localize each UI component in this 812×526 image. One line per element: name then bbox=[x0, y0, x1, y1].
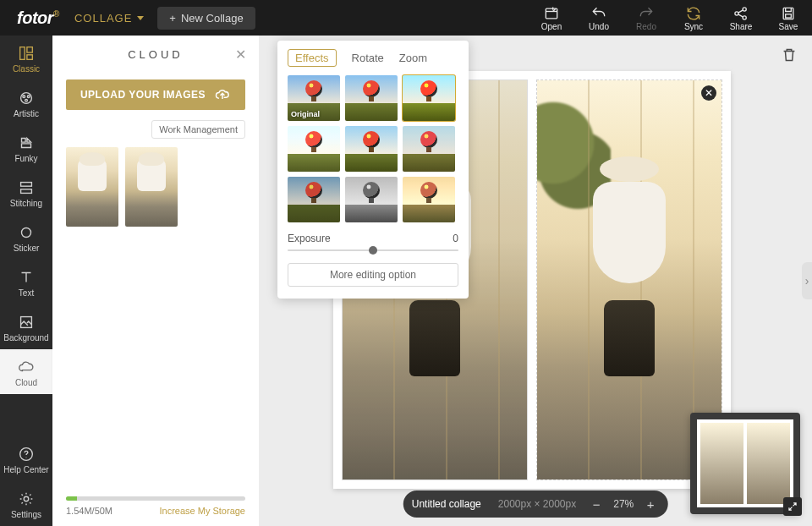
right-panel-toggle[interactable] bbox=[802, 262, 812, 299]
thumb-ground bbox=[288, 154, 340, 172]
effect-thumbnail[interactable]: Original bbox=[288, 75, 340, 121]
collage-title[interactable]: Untitled collage bbox=[412, 498, 486, 510]
canvas-area: ✕ Effects Rotate Zoom Original Exposure … bbox=[259, 36, 812, 526]
rail-background-label: Background bbox=[3, 333, 48, 342]
artistic-icon bbox=[17, 89, 36, 107]
trash-icon bbox=[780, 46, 798, 64]
effect-thumbnail[interactable] bbox=[288, 177, 340, 222]
share-label: Share bbox=[730, 22, 753, 31]
rail-funky[interactable]: Funky bbox=[0, 125, 52, 170]
redo-label: Redo bbox=[636, 22, 656, 31]
undo-icon bbox=[590, 5, 607, 22]
mini-preview-slot bbox=[700, 423, 743, 504]
more-editing-button[interactable]: More editing option bbox=[288, 263, 458, 287]
exposure-value: 0 bbox=[453, 233, 458, 244]
rail-text-label: Text bbox=[19, 288, 34, 298]
panel-title-text: CLOUD bbox=[128, 48, 184, 61]
funky-icon bbox=[17, 134, 36, 152]
plus-icon: + bbox=[169, 12, 176, 25]
storage-meter: 1.54M/50M Increase My Storage bbox=[52, 496, 259, 526]
effect-thumbnail[interactable] bbox=[403, 177, 455, 222]
svg-point-18 bbox=[24, 496, 29, 501]
svg-rect-0 bbox=[546, 8, 557, 19]
mode-dropdown[interactable]: COLLAGE bbox=[74, 12, 157, 25]
photo-subject bbox=[574, 156, 684, 376]
exposure-control: Exposure 0 More editing option bbox=[288, 233, 458, 287]
gear-icon bbox=[17, 490, 36, 508]
panel-title: CLOUD ✕ bbox=[52, 36, 259, 73]
thumb-ground bbox=[345, 154, 398, 172]
mini-preview[interactable] bbox=[690, 413, 800, 514]
cloud-thumbnail[interactable] bbox=[125, 147, 178, 227]
undo-button[interactable]: Undo bbox=[575, 0, 623, 36]
rail-background[interactable]: Background bbox=[0, 304, 52, 349]
balloon-icon bbox=[363, 80, 380, 97]
svg-rect-6 bbox=[20, 47, 25, 60]
zoom-in-button[interactable]: + bbox=[642, 496, 659, 512]
svg-point-15 bbox=[22, 228, 31, 238]
rail-help[interactable]: Help Center bbox=[0, 436, 52, 481]
svg-point-10 bbox=[23, 96, 25, 98]
top-bar: fotor® COLLAGE + New Collage Open Undo R… bbox=[0, 0, 812, 36]
cloud-thumbnail[interactable] bbox=[66, 147, 118, 227]
save-button[interactable]: Save bbox=[765, 0, 812, 36]
balloon-icon bbox=[420, 182, 437, 199]
slider-knob[interactable] bbox=[369, 246, 377, 255]
work-management-button[interactable]: Work Management bbox=[151, 120, 245, 139]
storage-bar bbox=[66, 496, 245, 501]
effect-thumbnail[interactable] bbox=[403, 126, 455, 172]
mode-label: COLLAGE bbox=[74, 12, 132, 25]
background-icon bbox=[17, 313, 36, 331]
effect-thumbnail[interactable] bbox=[403, 75, 455, 121]
rail-artistic-label: Artistic bbox=[14, 109, 39, 118]
zoom-value: 27% bbox=[613, 498, 634, 510]
effect-thumbnail[interactable] bbox=[345, 177, 398, 222]
open-button[interactable]: Open bbox=[528, 0, 575, 36]
delete-button[interactable] bbox=[780, 46, 798, 64]
rail-settings-label: Settings bbox=[11, 510, 41, 519]
mini-preview-slot bbox=[747, 423, 790, 504]
svg-rect-13 bbox=[21, 183, 32, 187]
rail-cloud[interactable]: Cloud bbox=[0, 349, 52, 394]
rail-classic[interactable]: Classic bbox=[0, 36, 52, 80]
tab-rotate[interactable]: Rotate bbox=[352, 52, 384, 64]
svg-rect-8 bbox=[27, 55, 32, 60]
exposure-slider[interactable] bbox=[288, 249, 458, 251]
close-icon: ✕ bbox=[235, 47, 250, 63]
text-icon bbox=[17, 268, 36, 287]
tab-effects[interactable]: Effects bbox=[288, 49, 337, 67]
rail-classic-label: Classic bbox=[13, 64, 40, 74]
brand-name: fotor bbox=[17, 8, 53, 27]
rail-text[interactable]: Text bbox=[0, 260, 52, 304]
rail-sticker[interactable]: Sticker bbox=[0, 215, 52, 260]
effect-thumbnail[interactable] bbox=[288, 126, 340, 172]
share-button[interactable]: Share bbox=[717, 0, 765, 36]
new-collage-label: New Collage bbox=[181, 12, 244, 25]
close-icon: ✕ bbox=[705, 87, 713, 99]
redo-button[interactable]: Redo bbox=[623, 0, 670, 36]
zoom-out-button[interactable]: − bbox=[588, 496, 605, 512]
effect-thumbnail[interactable] bbox=[345, 126, 398, 172]
new-collage-button[interactable]: + New Collage bbox=[157, 7, 255, 30]
thumb-ground bbox=[345, 205, 398, 222]
increase-storage-link[interactable]: Increase My Storage bbox=[160, 506, 246, 516]
panel-close-button[interactable]: ✕ bbox=[233, 46, 250, 63]
sync-button[interactable]: Sync bbox=[670, 0, 717, 36]
rail-artistic[interactable]: Artistic bbox=[0, 80, 52, 125]
share-icon bbox=[732, 5, 749, 22]
rail-settings[interactable]: Settings bbox=[0, 481, 52, 526]
remove-photo-button[interactable]: ✕ bbox=[701, 85, 716, 101]
balloon-icon bbox=[363, 182, 380, 199]
tab-zoom[interactable]: Zoom bbox=[399, 52, 427, 64]
rail-cloud-label: Cloud bbox=[15, 378, 37, 387]
expand-preview-button[interactable] bbox=[783, 497, 802, 516]
stitching-icon bbox=[17, 178, 36, 197]
upload-images-button[interactable]: UPLOAD YOUR IMAGES bbox=[66, 79, 245, 110]
svg-rect-7 bbox=[27, 47, 32, 52]
effect-thumbnail[interactable] bbox=[345, 75, 398, 121]
zoom-controls: − 27% + bbox=[588, 496, 659, 512]
grid-icon bbox=[17, 44, 36, 63]
cloud-icon bbox=[17, 358, 36, 376]
save-icon bbox=[780, 5, 797, 22]
rail-stitching[interactable]: Stitching bbox=[0, 170, 52, 215]
